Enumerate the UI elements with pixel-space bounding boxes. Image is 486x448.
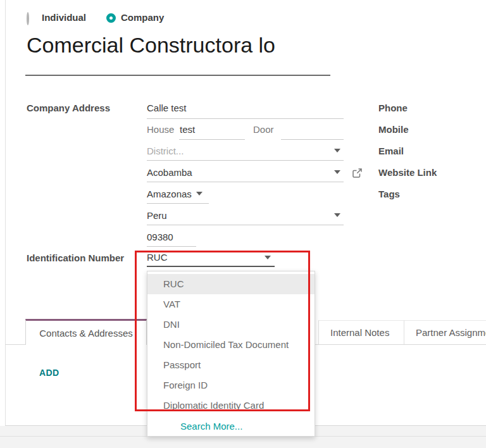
company-name-input[interactable]: Comercial Constructora lo: [27, 33, 332, 58]
radio-individual-label[interactable]: Individual: [42, 12, 86, 23]
radio-company-icon[interactable]: [106, 13, 116, 23]
district-select[interactable]: District...: [147, 146, 184, 156]
tab-partner-assignment-label: Partner Assignment: [404, 327, 486, 338]
external-link-icon[interactable]: [352, 168, 363, 178]
identification-type-select[interactable]: RUC: [147, 252, 168, 263]
tags-label: Tags: [378, 189, 400, 199]
dropdown-item-ruc[interactable]: RUC: [147, 274, 315, 294]
email-label: Email: [378, 146, 404, 156]
dropdown-item-diplomatic[interactable]: Diplomatic Identity Card: [147, 395, 315, 416]
company-address-label: Company Address: [27, 103, 110, 113]
state-underline: [147, 203, 209, 204]
chevron-down-icon[interactable]: [334, 213, 340, 217]
search-more-link[interactable]: Search More...: [147, 416, 315, 437]
dropdown-item-non-domiciled[interactable]: Non-Domiciled Tax Document: [147, 335, 315, 355]
dropdown-item-passport[interactable]: Passport: [147, 355, 315, 375]
zip-input[interactable]: 09380: [147, 232, 173, 242]
radio-company-label[interactable]: Company: [121, 12, 164, 23]
tab-internal-notes[interactable]: Internal Notes: [318, 320, 404, 344]
door-underline: [281, 139, 344, 140]
chevron-down-icon[interactable]: [334, 149, 340, 152]
chevron-down-icon[interactable]: [334, 170, 340, 174]
contact-form-screen: Individual Company Comercial Constructor…: [0, 0, 486, 448]
phone-label: Phone: [378, 103, 408, 113]
radio-individual-icon[interactable]: [27, 12, 29, 25]
chevron-down-icon[interactable]: [196, 192, 202, 196]
dropdown-item-vat[interactable]: VAT: [147, 294, 315, 314]
tab-contacts-addresses[interactable]: Contacts & Addresses: [25, 319, 147, 345]
identification-type-dropdown: RUC VAT DNI Non-Domiciled Tax Document P…: [147, 271, 315, 437]
state-select[interactable]: Amazonas: [147, 189, 192, 199]
chevron-down-icon[interactable]: [265, 256, 271, 259]
radio-individual[interactable]: [27, 13, 29, 25]
company-name-underline: [25, 75, 330, 76]
country-underline: [147, 225, 344, 225]
house-underline: [179, 139, 245, 140]
mobile-label: Mobile: [378, 124, 409, 135]
dropdown-item-dni[interactable]: DNI: [147, 314, 315, 335]
district-underline: [147, 160, 344, 161]
city-underline: [147, 182, 344, 182]
tab-partner-assignment[interactable]: Partner Assignment: [404, 320, 486, 344]
door-label: Door: [253, 124, 274, 135]
radio-company[interactable]: [106, 13, 116, 23]
dropdown-item-foreign-id[interactable]: Foreign ID: [147, 375, 315, 395]
tab-contacts-addresses-label: Contacts & Addresses: [39, 328, 133, 339]
street-underline: [147, 118, 344, 119]
sheet-left-border: [5, 0, 6, 426]
tab-internal-notes-label: Internal Notes: [319, 327, 389, 338]
zip-underline: [147, 246, 196, 247]
country-select[interactable]: Peru: [147, 210, 167, 221]
website-link-label: Website Link: [378, 167, 437, 178]
identification-select-underline: [147, 266, 275, 267]
house-label: House: [147, 124, 174, 135]
city-select[interactable]: Acobamba: [147, 167, 192, 178]
identification-number-label: Identification Number: [27, 252, 124, 263]
street-input[interactable]: Calle test: [147, 103, 187, 113]
add-button[interactable]: ADD: [39, 368, 59, 378]
house-input[interactable]: test: [180, 124, 195, 135]
